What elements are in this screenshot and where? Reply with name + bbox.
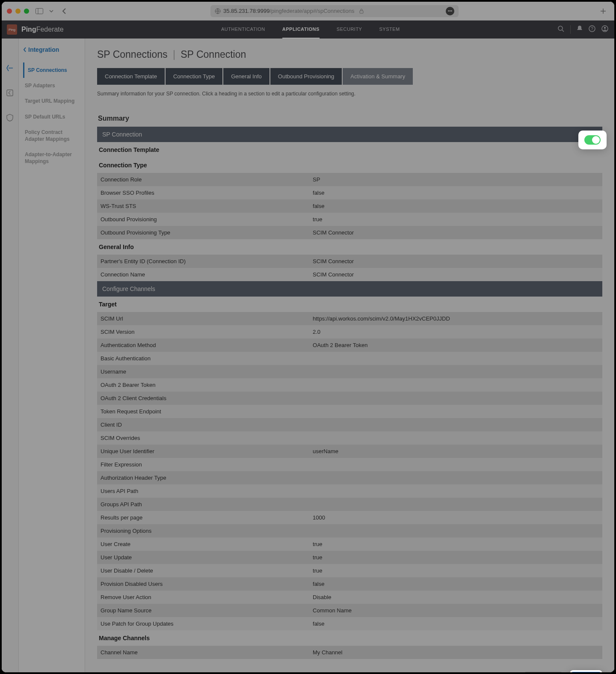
table-row[interactable]: Basic Authentication	[97, 352, 602, 365]
summary-heading: Summary	[97, 110, 602, 127]
table-row[interactable]: Username	[97, 365, 602, 378]
row-value: OAuth 2 Bearer Token	[309, 338, 602, 352]
row-key: SCIM Version	[97, 325, 309, 338]
connection-enabled-card	[578, 131, 607, 149]
table-row[interactable]: Users API Path	[97, 484, 602, 498]
summary-table: SP Connection Connection Template Connec…	[97, 127, 602, 659]
connection-template-heading[interactable]: Connection Template	[97, 142, 602, 157]
sidebar-item-sp-connections[interactable]: SP Connections	[23, 62, 80, 78]
table-row[interactable]: Connection NameSCIM Connector	[97, 268, 602, 281]
search-icon[interactable]	[557, 25, 564, 34]
rail-token-icon[interactable]	[6, 114, 15, 122]
table-row[interactable]: Outbound Provisioning TypeSCIM Connector	[97, 226, 602, 239]
zoom-window-icon[interactable]	[24, 9, 29, 14]
sidebar-item-sp-adapters[interactable]: SP Adapters	[23, 78, 80, 93]
table-row[interactable]: Authorization Header Type	[97, 471, 602, 484]
table-row[interactable]: Results per page1000	[97, 511, 602, 524]
url-field[interactable]: 35.85.231.78:9999/pingfederate/app#/spCo…	[210, 5, 459, 17]
row-key: Client ID	[97, 418, 309, 431]
minimize-window-icon[interactable]	[15, 9, 21, 14]
sidebar: Integration SP Connections SP Adapters T…	[19, 39, 85, 672]
tab-outbound-provisioning[interactable]: Outbound Provisioning	[270, 68, 342, 85]
table-row[interactable]: OAuth 2 Bearer Token	[97, 378, 602, 392]
rail-integration-icon[interactable]	[6, 64, 15, 73]
row-value: true	[309, 213, 602, 226]
sidebar-item-target-url-mapping[interactable]: Target URL Mapping	[23, 93, 80, 109]
table-row[interactable]: Unique User IdentifieruserName	[97, 445, 602, 458]
new-tab-icon[interactable]	[599, 7, 607, 15]
sidebar-item-policy-contract-mappings[interactable]: Policy Contract Adapter Mappings	[23, 125, 80, 147]
manage-channels-heading[interactable]: Manage Channels	[97, 630, 602, 646]
table-row[interactable]: Filter Expression	[97, 458, 602, 471]
row-value: SCIM Connector	[309, 268, 602, 281]
sidebar-back-label: Integration	[28, 46, 59, 53]
row-value	[309, 352, 602, 365]
nav-applications[interactable]: APPLICATIONS	[282, 21, 320, 39]
sp-connection-bar[interactable]: SP Connection	[97, 127, 602, 142]
connection-enabled-toggle[interactable]	[584, 135, 601, 145]
general-info-heading[interactable]: General Info	[97, 239, 602, 255]
table-row[interactable]: Use Patch for Group Updatesfalse	[97, 617, 602, 630]
table-row[interactable]: SCIM Version2.0	[97, 325, 602, 338]
sidebar-back[interactable]: Integration	[23, 46, 80, 53]
previous-button[interactable]: Previous	[524, 672, 563, 672]
table-row[interactable]: Authentication MethodOAuth 2 Bearer Toke…	[97, 338, 602, 352]
breadcrumb: SP Connections | SP Connection	[97, 49, 602, 60]
row-value	[309, 392, 602, 405]
table-row[interactable]: Token Request Endpoint	[97, 405, 602, 418]
globe-icon	[215, 8, 221, 14]
row-key: Browser SSO Profiles	[97, 186, 309, 199]
tab-connection-template[interactable]: Connection Template	[97, 68, 165, 85]
tab-connection-type[interactable]: Connection Type	[166, 68, 222, 85]
table-row[interactable]: SCIM Overrides	[97, 431, 602, 445]
breadcrumb-root[interactable]: SP Connections	[97, 49, 168, 60]
connection-type-heading[interactable]: Connection Type	[97, 157, 602, 173]
sidebar-toggle-icon[interactable]	[35, 7, 44, 15]
table-row[interactable]: Group Name SourceCommon Name	[97, 604, 602, 617]
nav-system[interactable]: SYSTEM	[379, 21, 400, 39]
sidebar-item-adapter-to-adapter-mappings[interactable]: Adapter-to-Adapter Mappings	[23, 147, 80, 169]
target-heading[interactable]: Target	[97, 297, 602, 312]
table-row[interactable]: Outbound Provisioningtrue	[97, 213, 602, 226]
table-row[interactable]: Browser SSO Profilesfalse	[97, 186, 602, 199]
table-row[interactable]: User Updatetrue	[97, 551, 602, 564]
close-window-icon[interactable]	[7, 9, 12, 14]
table-row[interactable]: Remove User ActionDisable	[97, 591, 602, 604]
table-row[interactable]: Client ID	[97, 418, 602, 431]
rail-oauth-icon[interactable]	[6, 89, 15, 98]
table-row[interactable]: User Createtrue	[97, 537, 602, 551]
user-icon[interactable]	[601, 25, 608, 34]
chevron-down-icon[interactable]	[47, 7, 56, 15]
password-icon[interactable]: •••	[446, 7, 454, 15]
table-row[interactable]: Partner's Entity ID (Connection ID)SCIM …	[97, 255, 602, 268]
table-row[interactable]: Connection RoleSP	[97, 173, 602, 186]
svg-rect-10	[7, 90, 13, 96]
back-icon[interactable]	[60, 7, 68, 15]
table-row[interactable]: Provisioning Options	[97, 524, 602, 537]
help-icon[interactable]: ?	[589, 25, 595, 34]
table-row[interactable]: SCIM Urlhttps://api.workos.com/scim/v2.0…	[97, 312, 602, 325]
nav-authentication[interactable]: AUTHENTICATION	[221, 21, 265, 39]
tab-general-info[interactable]: General Info	[223, 68, 270, 85]
table-row[interactable]: WS-Trust STSfalse	[97, 199, 602, 213]
table-row[interactable]: Provision Disabled Usersfalse	[97, 577, 602, 591]
row-key: Connection Role	[97, 173, 309, 186]
lock-icon	[359, 9, 364, 14]
nav-security[interactable]: SECURITY	[337, 21, 362, 39]
table-row[interactable]: User Disable / Deletetrue	[97, 564, 602, 577]
row-key: Users API Path	[97, 484, 309, 498]
row-value: userName	[309, 445, 602, 458]
row-key: Unique User Identifier	[97, 445, 309, 458]
table-row[interactable]: Channel NameMy Channel	[97, 646, 602, 659]
row-key: Basic Authentication	[97, 352, 309, 365]
save-button[interactable]: Save	[572, 672, 601, 672]
configure-channels-bar[interactable]: Configure Channels	[97, 281, 602, 297]
row-key: Outbound Provisioning Type	[97, 226, 309, 239]
table-row[interactable]: OAuth 2 Client Credentials	[97, 392, 602, 405]
window-controls[interactable]	[7, 9, 29, 14]
bell-icon[interactable]	[577, 25, 583, 34]
row-value	[309, 484, 602, 498]
sidebar-item-sp-default-urls[interactable]: SP Default URLs	[23, 109, 80, 125]
table-row[interactable]: Groups API Path	[97, 498, 602, 511]
tab-activation-summary[interactable]: Activation & Summary	[343, 68, 413, 85]
